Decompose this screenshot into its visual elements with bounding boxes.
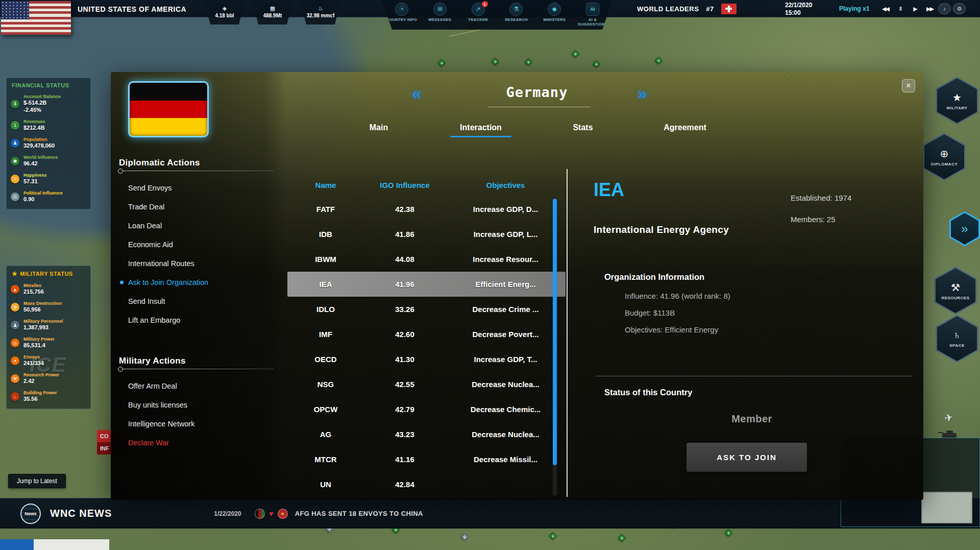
cell-objectives: Decrease Povert...	[446, 330, 566, 339]
military-star-icon: ★	[12, 270, 17, 277]
settings-gear-button[interactable]: ⚙	[953, 3, 966, 14]
ask-to-join-button[interactable]: ASK TO JOIN	[687, 443, 807, 472]
stat-missiles: ▲ Missiles 215,756	[7, 280, 90, 298]
nav-label: MESSAGES	[428, 17, 451, 22]
previous-country-chevron[interactable]: «	[412, 84, 422, 102]
resource-gas[interactable]: ♨ 32.98 mmcf	[300, 0, 341, 25]
tab-label: Agreement	[664, 123, 706, 132]
table-row[interactable]: OECD 41.30 Increase GDP, T...	[287, 347, 566, 372]
org-acronym: IEA	[594, 179, 624, 201]
stat-value: 0.90	[23, 196, 63, 203]
org-info-title: Organization Information	[604, 272, 704, 282]
stat-label: Political Influence	[23, 190, 63, 196]
column-igo-influence: IGO Influence	[364, 181, 446, 189]
action-declare-war[interactable]: Declare War	[111, 433, 286, 452]
map-marker-icon	[725, 529, 733, 537]
tab-main[interactable]: Main	[328, 123, 430, 137]
map-marker-icon	[549, 532, 557, 540]
next-country-chevron[interactable]: »	[638, 84, 647, 102]
leader-flag-switzerland[interactable]	[721, 4, 737, 14]
org-budget-line: Budget: $113B	[625, 308, 730, 317]
building-power-icon: ⌂	[11, 392, 19, 401]
stat-label: Account Balance	[23, 94, 61, 100]
cell-influence: 33.26	[364, 305, 446, 314]
table-row[interactable]: IBWM 44.08 Increase Resour...	[287, 247, 566, 272]
resource-value: 488.9Mt	[263, 13, 282, 18]
pause-button[interactable]: Ⅱ	[894, 3, 906, 15]
action-buy-units-licenses[interactable]: Buy units licenses	[111, 395, 286, 414]
nav-country-info[interactable]: ◔ COUNTRY INFO	[383, 3, 420, 22]
map-marker-icon	[572, 50, 580, 58]
table-scrollbar-track[interactable]	[553, 198, 557, 496]
cell-influence: 43.23	[364, 430, 446, 439]
play-button[interactable]: ▶	[909, 3, 921, 15]
fast-forward-button[interactable]: ▶▶	[923, 3, 936, 15]
action-intelligence-network[interactable]: Intelligence Network	[111, 414, 286, 433]
music-button[interactable]: ♪	[938, 3, 951, 14]
cell-name: MTCR	[287, 455, 364, 464]
stat-label: Population	[23, 137, 55, 142]
resources-dock-icon: ⚒	[951, 281, 960, 294]
tab-stats[interactable]: Stats	[532, 123, 634, 137]
action-send-envoys[interactable]: Send Envoys	[111, 178, 286, 197]
cell-influence: 41.96	[364, 280, 446, 289]
nav-messages[interactable]: ✉ MESSAGES	[422, 3, 458, 22]
action-send-insult[interactable]: Send Insult	[111, 292, 286, 310]
table-row[interactable]: AG 43.23 Decrease Nuclea...	[287, 422, 566, 447]
envoys-icon: ☀	[11, 356, 19, 365]
tab-label: Stats	[573, 123, 593, 132]
action-loan-deal[interactable]: Loan Deal	[111, 216, 286, 235]
rewind-button[interactable]: ◀◀	[879, 3, 892, 15]
financial-status-title: FINANCIAL STATUS	[7, 78, 90, 91]
close-icon[interactable]: ×	[902, 79, 915, 92]
tab-label: Main	[370, 123, 388, 132]
population-icon: ♟	[11, 139, 19, 148]
ai-suggestions-icon: AI	[586, 3, 599, 16]
game-time: 15:00	[785, 9, 812, 17]
table-scrollbar-thumb[interactable]	[553, 199, 557, 465]
news-flags: ♥ ★	[255, 509, 288, 519]
map-marker-icon	[525, 58, 533, 66]
table-row[interactable]: MTCR 41.16 Decrease Missil...	[287, 447, 566, 472]
table-row[interactable]: IDB 41.86 Increase GDP, L...	[287, 222, 566, 247]
table-row[interactable]: UN 42.84	[287, 472, 566, 497]
table-row[interactable]: OPCW 42.79 Decrease Chemic...	[287, 397, 566, 422]
stat-revenues: 1 Revenues $212.4B	[7, 116, 90, 134]
resource-oil[interactable]: ◈ 4.18 bbl	[204, 0, 245, 25]
time-controls: ◀◀ Ⅱ ▶ ▶▶ ♪ ⚙	[879, 3, 966, 15]
stat-envoys: ☀ Envoys 241/334	[7, 352, 90, 370]
mass-destruction-icon: ☢	[11, 303, 19, 312]
resource-materials[interactable]: ▦ 488.9Mt	[252, 0, 293, 25]
table-row[interactable]: IMF 42.60 Decrease Povert...	[287, 322, 566, 347]
world-leaders[interactable]: WORLD LEADERS #7	[637, 0, 737, 17]
action-ask-to-join-organization[interactable]: Ask to Join Organization	[111, 273, 286, 292]
nav-tracker[interactable]: 1 ↗ TRACKER	[460, 3, 497, 22]
jump-to-latest-button[interactable]: Jump to Latest	[8, 474, 66, 488]
stat-value: 1,387,993	[23, 324, 63, 331]
action-economic-aid[interactable]: Economic Aid	[111, 235, 286, 254]
minimap-thumbnail[interactable]	[921, 492, 972, 523]
stat-building-power: ⌂ Building Power 35.56	[7, 388, 90, 405]
cell-name: AG	[287, 430, 364, 439]
table-row[interactable]: FATF 42.38 Increase GDP, D...	[287, 197, 566, 222]
research-icon: ⚗	[509, 3, 523, 16]
player-flag-usa[interactable]	[1, 1, 71, 35]
table-row-selected[interactable]: IEA 41.96 Efficient Energ...	[287, 272, 566, 297]
action-offer-arm-deal[interactable]: Offer Arm Deal	[111, 376, 286, 395]
igo-table: Name IGO Influence Objectives FATF 42.38…	[287, 173, 566, 497]
nav-ministers[interactable]: ☻ MINISTERS	[536, 3, 573, 22]
nav-research[interactable]: ⚗ RESEARCH	[498, 3, 534, 22]
action-lift-embargo[interactable]: Lift an Embargo	[111, 310, 286, 329]
tab-agreement[interactable]: Agreement	[634, 123, 736, 137]
table-row[interactable]: NSG 42.55 Decrease Nuclea...	[287, 372, 566, 397]
tab-interaction[interactable]: Interaction	[430, 123, 532, 137]
china-flag-icon: ★	[278, 509, 288, 519]
action-international-routes[interactable]: International Routes	[111, 254, 286, 273]
cell-name: OECD	[287, 355, 364, 364]
tab-label: Interaction	[460, 123, 502, 132]
action-trade-deal[interactable]: Trade Deal	[111, 197, 286, 216]
stat-value: $212.4B	[23, 125, 45, 132]
chevron-right-icon: »	[961, 222, 968, 236]
table-row[interactable]: IDLO 33.26 Decrease Crime ...	[287, 297, 566, 322]
game-speed-label: Playing x1	[839, 5, 869, 12]
